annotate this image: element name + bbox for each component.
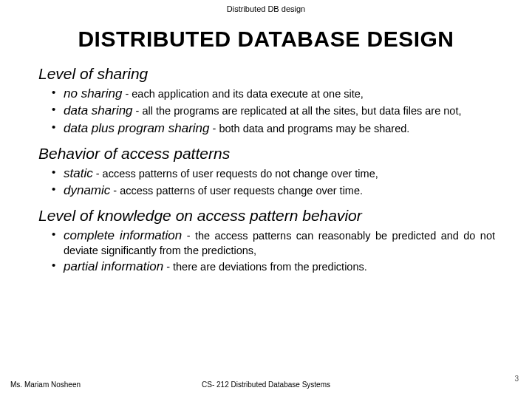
list-item: complete information - the access patter… bbox=[64, 228, 495, 257]
list-item: static - access patterns of user request… bbox=[64, 166, 495, 181]
term: static bbox=[64, 166, 93, 180]
desc: - access patterns of user requests chang… bbox=[110, 185, 363, 197]
desc: - access patterns of user requests do no… bbox=[93, 168, 378, 180]
header-small: Distributed DB design bbox=[0, 0, 532, 15]
section-heading-1: Level of sharing bbox=[38, 65, 495, 83]
list-item: partial information - there are deviatio… bbox=[64, 259, 495, 274]
list-item: no sharing - each application and its da… bbox=[64, 86, 495, 101]
footer-course: CS- 212 Distributed Database Systems bbox=[202, 381, 330, 389]
desc: - each application and its data execute … bbox=[122, 88, 363, 100]
footer-page-number: 3 bbox=[514, 375, 519, 383]
desc: - all the programs are replicated at all… bbox=[133, 105, 462, 117]
bullet-list-2: static - access patterns of user request… bbox=[38, 166, 495, 199]
content-area: Level of sharing no sharing - each appli… bbox=[0, 65, 532, 275]
desc: - both data and programs may be shared. bbox=[210, 123, 410, 134]
bullet-list-3: complete information - the access patter… bbox=[38, 228, 495, 274]
list-item: data plus program sharing - both data an… bbox=[64, 120, 495, 136]
term: data sharing bbox=[64, 103, 133, 117]
desc: - there are deviations from the predicti… bbox=[163, 261, 367, 273]
bullet-list-1: no sharing - each application and its da… bbox=[38, 86, 495, 136]
section-heading-3: Level of knowledge on access pattern beh… bbox=[38, 207, 495, 225]
term: complete information bbox=[64, 228, 182, 242]
term: dynamic bbox=[64, 183, 110, 197]
section-heading-2: Behavior of access patterns bbox=[38, 145, 495, 163]
term: partial information bbox=[64, 259, 163, 273]
slide-title: DISTRIBUTED DATABASE DESIGN bbox=[0, 15, 532, 62]
footer-author: Ms. Mariam Nosheen bbox=[10, 381, 81, 389]
list-item: dynamic - access patterns of user reques… bbox=[64, 183, 495, 198]
term: data plus program sharing bbox=[64, 121, 210, 135]
list-item: data sharing - all the programs are repl… bbox=[64, 103, 495, 118]
term: no sharing bbox=[64, 86, 122, 100]
